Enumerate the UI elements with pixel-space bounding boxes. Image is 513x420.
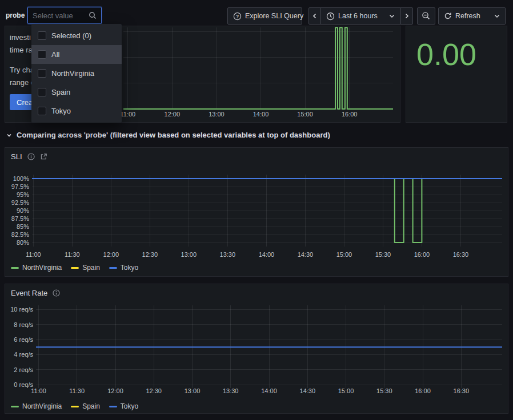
series-line-NorthVirginia bbox=[123, 27, 393, 109]
explore-button-label: Explore SLI Query bbox=[245, 12, 303, 20]
time-range-zoom-out-button[interactable] bbox=[417, 7, 435, 25]
panel-title[interactable]: SLI bbox=[11, 152, 22, 161]
legend-item-Tokyo[interactable]: Tokyo bbox=[109, 402, 138, 410]
legend-color-dash bbox=[11, 267, 19, 269]
refresh-interval-dropdown-button[interactable] bbox=[489, 7, 506, 25]
y-tick-label: 100% bbox=[13, 175, 29, 182]
checkbox[interactable] bbox=[38, 50, 46, 59]
svg-text:?: ? bbox=[236, 13, 239, 19]
x-tick-label: 11:30 bbox=[69, 387, 85, 394]
x-tick-label: 11:00 bbox=[31, 387, 46, 394]
legend-label: Tokyo bbox=[121, 402, 138, 410]
checkbox[interactable] bbox=[38, 69, 46, 78]
dropdown-option[interactable]: NorthVirginia bbox=[31, 64, 122, 83]
legend-color-dash bbox=[109, 406, 117, 407]
x-tick-label: 14:00 bbox=[261, 387, 277, 394]
panel-title[interactable]: Event Rate bbox=[11, 289, 47, 297]
x-tick-label: 16:00 bbox=[342, 111, 358, 118]
x-tick-label: 16:30 bbox=[453, 251, 469, 258]
checkbox[interactable] bbox=[38, 88, 46, 96]
dropdown-option[interactable]: All bbox=[31, 45, 122, 64]
variable-name-label: probe bbox=[6, 11, 25, 19]
x-tick-label: 14:30 bbox=[300, 387, 316, 394]
x-tick-label: 13:30 bbox=[220, 251, 236, 258]
checkbox[interactable] bbox=[38, 107, 46, 115]
y-tick-label: 90% bbox=[17, 207, 29, 214]
legend-item-Tokyo[interactable]: Tokyo bbox=[109, 264, 138, 272]
sli-chart[interactable]: 100%97.5%95%92.5%90%87.5%85%82.5%80%11:0… bbox=[5, 171, 509, 264]
y-tick-label: 8 req/s bbox=[14, 321, 33, 328]
x-tick-label: 14:30 bbox=[298, 251, 314, 258]
external-link-icon[interactable] bbox=[40, 153, 47, 160]
legend-item-Spain[interactable]: Spain bbox=[71, 264, 100, 272]
help-text-line: Try cha bbox=[10, 66, 34, 74]
refresh-button[interactable]: Refresh bbox=[438, 7, 490, 25]
dropdown-option-label: Spain bbox=[51, 88, 70, 96]
help-icon: ? bbox=[233, 12, 242, 21]
info-icon[interactable] bbox=[27, 153, 35, 160]
legend-item-Spain[interactable]: Spain bbox=[71, 402, 100, 410]
legend-color-dash bbox=[71, 267, 79, 269]
select-placeholder: Select value bbox=[33, 11, 89, 20]
legend-label: NorthVirginia bbox=[22, 264, 62, 272]
legend-color-dash bbox=[71, 406, 79, 407]
legend-label: Spain bbox=[82, 264, 100, 272]
y-tick-label: 6 req/s bbox=[14, 336, 33, 343]
legend-item-NorthVirginia[interactable]: NorthVirginia bbox=[11, 402, 62, 410]
legend-label: Tokyo bbox=[121, 264, 138, 272]
time-range-forward-button[interactable] bbox=[400, 7, 413, 25]
x-tick-label: 15:30 bbox=[375, 251, 391, 258]
y-tick-label: 82.5% bbox=[11, 231, 29, 238]
legend-color-dash bbox=[109, 267, 117, 269]
legend-color-dash bbox=[11, 406, 19, 407]
x-tick-label: 15:30 bbox=[376, 387, 392, 394]
y-tick-label: 95% bbox=[17, 191, 29, 198]
stat-value: 0.00 bbox=[416, 37, 476, 72]
legend-item-NorthVirginia[interactable]: NorthVirginia bbox=[11, 264, 62, 272]
dropdown-option[interactable]: Spain bbox=[31, 83, 122, 102]
y-tick-label: 92.5% bbox=[11, 199, 29, 206]
chevron-left-icon bbox=[311, 13, 318, 19]
dropdown-option-label: Selected (0) bbox=[51, 31, 91, 40]
chevron-down-icon bbox=[388, 13, 395, 19]
time-range-label: Last 6 hours bbox=[338, 12, 378, 20]
x-tick-label: 12:00 bbox=[103, 251, 119, 258]
zoom-out-icon bbox=[422, 11, 431, 21]
grafana-dashboard: probe Select value ? Explore SLI Query L… bbox=[0, 0, 513, 420]
row-collapse-toggle[interactable]: Comparing across 'probe' (filtered view … bbox=[6, 131, 330, 139]
x-tick-label: 14:00 bbox=[259, 251, 275, 258]
x-tick-label: 12:30 bbox=[146, 387, 162, 394]
event-rate-panel: Event Rate 0 req/s2 req/s4 req/s6 req/s8… bbox=[5, 284, 508, 414]
time-range-back-button[interactable] bbox=[308, 7, 321, 25]
y-tick-label: 87.5% bbox=[11, 215, 29, 222]
checkbox[interactable] bbox=[38, 31, 46, 40]
y-tick-label: 4 req/s bbox=[14, 351, 33, 358]
stat-panel: 0.00 bbox=[406, 26, 507, 123]
x-tick-label: 13:30 bbox=[223, 387, 239, 394]
section-header-title: Comparing across 'probe' (filtered view … bbox=[17, 131, 330, 139]
clock-icon bbox=[326, 12, 335, 21]
help-text-line: investi bbox=[10, 33, 31, 42]
dropdown-option-label: Tokyo bbox=[51, 107, 71, 115]
info-icon[interactable] bbox=[53, 289, 60, 297]
search-icon bbox=[89, 11, 97, 19]
variable-value-select[interactable]: Select value bbox=[27, 7, 102, 24]
x-tick-label: 16:00 bbox=[414, 251, 430, 258]
dropdown-option-label: All bbox=[51, 50, 59, 59]
y-tick-label: 85% bbox=[17, 223, 29, 230]
refresh-button-label: Refresh bbox=[455, 12, 480, 20]
time-range-picker-button[interactable]: Last 6 hours bbox=[320, 7, 401, 25]
y-tick-label: 97.5% bbox=[11, 183, 29, 190]
legend-label: Spain bbox=[82, 402, 100, 410]
event-rate-chart[interactable]: 0 req/s2 req/s4 req/s6 req/s8 req/s10 re… bbox=[5, 301, 509, 399]
explore-sli-query-button[interactable]: ? Explore SLI Query bbox=[227, 7, 302, 25]
legend-label: NorthVirginia bbox=[22, 402, 62, 410]
top-timeseries-chart[interactable]: 024611:0012:0013:0014:0015:0016:00 bbox=[114, 26, 401, 123]
x-tick-label: 12:00 bbox=[107, 387, 123, 394]
chevron-down-icon bbox=[494, 13, 500, 19]
dropdown-option[interactable]: Tokyo bbox=[31, 102, 122, 120]
dropdown-option[interactable]: Selected (0) bbox=[31, 26, 122, 45]
x-tick-label: 13:00 bbox=[181, 251, 197, 258]
x-tick-label: 11:00 bbox=[26, 251, 41, 258]
x-tick-label: 11:00 bbox=[120, 111, 135, 118]
